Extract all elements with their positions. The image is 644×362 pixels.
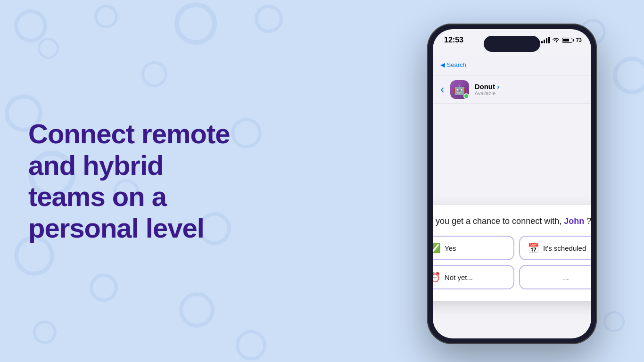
- more-label: ...: [563, 273, 569, 281]
- left-section: Connect remote and hybrid teams on a per…: [28, 118, 255, 244]
- chat-header: ‹ 🤖 Donut › Available: [433, 75, 591, 104]
- bot-avatar: 🤖: [450, 80, 469, 99]
- bubble-buttons: ✅ Yes 📅 It's scheduled ⏰ Not yet... ...: [433, 236, 591, 289]
- headline-text: Connect remote and hybrid teams on a per…: [28, 118, 255, 244]
- calendar-icon: 📅: [528, 242, 539, 254]
- chat-header-info: Donut › Available: [475, 82, 500, 96]
- bot-status: Available: [475, 90, 500, 96]
- dynamic-island: [484, 36, 540, 52]
- phone-frame: 12:53: [427, 24, 597, 344]
- nav-search-label[interactable]: ◀ Search: [440, 61, 466, 68]
- online-indicator: [463, 93, 469, 99]
- nav-bar: ◀ Search: [433, 55, 591, 75]
- clock-icon: ⏰: [433, 272, 441, 283]
- scheduled-label: It's scheduled: [543, 244, 586, 252]
- more-button[interactable]: ...: [519, 265, 591, 289]
- chat-bubble-card: Did you get a chance to connect with, Jo…: [433, 205, 591, 301]
- bubble-question: Did you get a chance to connect with, Jo…: [433, 215, 591, 227]
- bot-name: Donut ›: [475, 82, 500, 90]
- yes-label: Yes: [445, 244, 456, 252]
- battery-icon: [562, 38, 574, 43]
- yes-button[interactable]: ✅ Yes: [433, 236, 514, 260]
- back-button[interactable]: ‹: [440, 82, 445, 97]
- not-yet-label: Not yet...: [445, 273, 473, 281]
- status-time: 12:53: [444, 36, 463, 44]
- signal-icon: [541, 37, 550, 43]
- phone-mockup: 12:53: [427, 24, 597, 344]
- status-icons: 73: [541, 37, 582, 43]
- battery-percent: 73: [576, 37, 582, 43]
- scheduled-button[interactable]: 📅 It's scheduled: [519, 236, 591, 260]
- not-yet-button[interactable]: ⏰ Not yet...: [433, 265, 514, 289]
- yes-icon: ✅: [433, 242, 441, 254]
- phone-screen: 12:53: [433, 29, 591, 338]
- wifi-icon: [552, 37, 560, 43]
